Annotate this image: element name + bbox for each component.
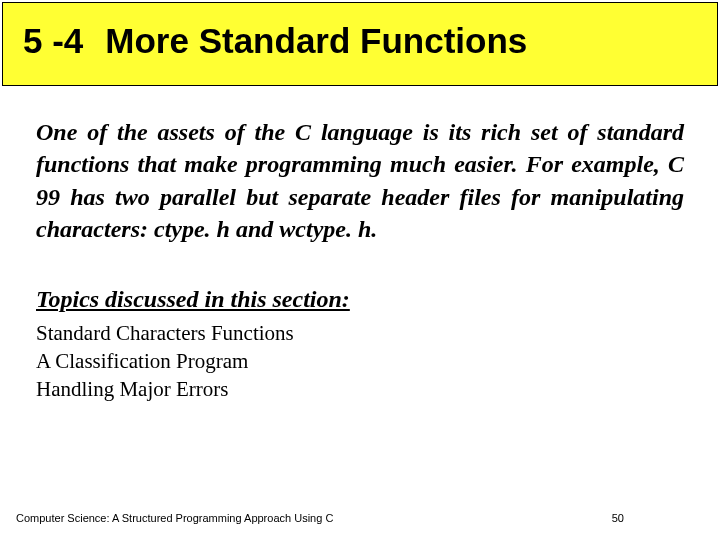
- topic-item: A Classification Program: [36, 347, 684, 375]
- footer-book-title: Computer Science: A Structured Programmi…: [16, 512, 333, 524]
- intro-paragraph: One of the assets of the C language is i…: [36, 116, 684, 246]
- slide-content: One of the assets of the C language is i…: [0, 88, 720, 404]
- topics-heading: Topics discussed in this section:: [36, 286, 684, 313]
- section-title: More Standard Functions: [105, 21, 527, 61]
- topics-list: Standard Characters Functions A Classifi…: [36, 319, 684, 404]
- section-number: 5 -4: [23, 21, 83, 61]
- topic-item: Handling Major Errors: [36, 375, 684, 403]
- footer: Computer Science: A Structured Programmi…: [16, 512, 704, 524]
- topic-item: Standard Characters Functions: [36, 319, 684, 347]
- title-bar: 5 -4 More Standard Functions: [2, 2, 718, 86]
- page-number: 50: [612, 512, 624, 524]
